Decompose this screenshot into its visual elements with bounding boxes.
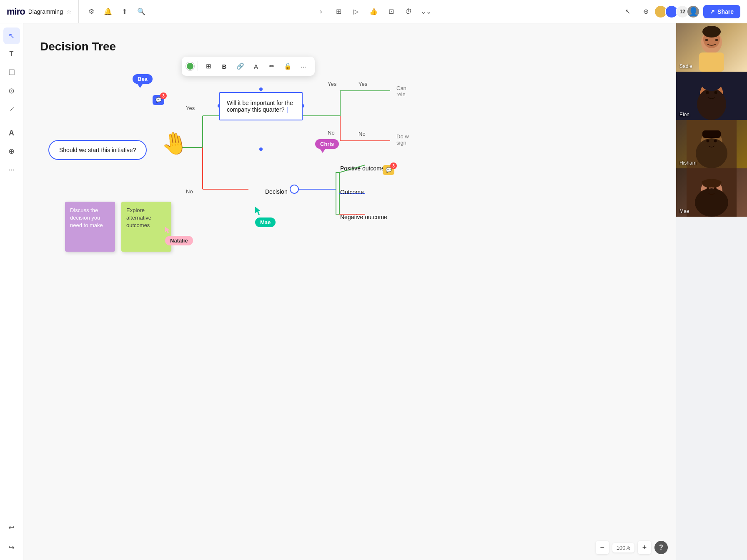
video-tile-elon[interactable]: Elon: [676, 72, 747, 120]
video-tile-hisham[interactable]: Hisham: [676, 120, 747, 168]
expand-icon[interactable]: ›: [313, 4, 329, 20]
share-icon: ↗: [710, 8, 715, 15]
grid-icon[interactable]: ⊞: [331, 4, 346, 20]
star-icon[interactable]: ☆: [66, 8, 72, 15]
svg-point-11: [702, 78, 722, 91]
avatar-main[interactable]: 👤: [687, 5, 700, 18]
svg-point-3: [705, 39, 708, 41]
zoom-icon[interactable]: ⊕: [638, 4, 653, 19]
present-icon[interactable]: ▷: [348, 4, 364, 20]
text-tool[interactable]: T: [3, 46, 20, 62]
settings-button[interactable]: ⚙: [84, 4, 99, 19]
undo-redo: ↩ ↪: [3, 518, 20, 557]
video-tile-sadie[interactable]: Sadie: [676, 23, 747, 72]
sidebar-divider-1: [5, 121, 18, 121]
bold-button[interactable]: B: [217, 59, 231, 73]
bea-name: Bea: [138, 76, 148, 82]
question-node[interactable]: Will it be important for the company thi…: [219, 92, 303, 120]
sticky-tool[interactable]: ☐: [3, 64, 20, 81]
svg-marker-44: [255, 207, 261, 215]
svg-point-43: [259, 88, 263, 91]
svg-point-20: [695, 188, 728, 217]
draw-button[interactable]: ✏: [265, 59, 279, 73]
sticky-purple-text: Discuss the decision you need to make: [70, 207, 103, 228]
right-text-2: Do w: [396, 133, 409, 140]
like-icon[interactable]: 👍: [366, 4, 381, 20]
right-text-1b: rele: [396, 91, 406, 98]
floating-toolbar: ⊞ B 🔗 A ✏ 🔒 ···: [182, 57, 315, 76]
yes-label-2: Yes: [328, 81, 336, 87]
cursor-icon[interactable]: ↖: [620, 4, 635, 19]
pen-tool[interactable]: ⟋: [3, 101, 20, 118]
badge-count-bea: 3: [160, 92, 167, 99]
search-button[interactable]: 🔍: [134, 4, 149, 19]
timer-icon[interactable]: ⏱: [401, 4, 416, 20]
video-tile-mae[interactable]: Mae: [676, 168, 747, 217]
more-tools-icon[interactable]: ⌄⌄: [418, 4, 434, 20]
mae-label: Mae: [255, 218, 276, 227]
svg-point-15: [707, 140, 709, 142]
right-tools: ↖ ⊕ 12 👤 ↗ Share: [613, 4, 747, 19]
logo-area: miro Diagramming ☆: [0, 0, 79, 23]
no-label-1: No: [186, 188, 193, 195]
message-badge-hisham[interactable]: 💬 3: [383, 165, 394, 175]
svg-rect-17: [702, 130, 721, 138]
svg-marker-45: [165, 227, 170, 233]
help-button[interactable]: ?: [654, 541, 668, 554]
more-options-button[interactable]: ···: [296, 59, 311, 73]
zoom-level[interactable]: 100%: [612, 543, 634, 552]
board-title: Decision Tree: [40, 40, 116, 53]
message-badge-bea[interactable]: 💬 3: [153, 95, 164, 105]
svg-rect-2: [699, 52, 724, 72]
undo-button[interactable]: ↩: [3, 519, 20, 536]
right-text-2b: sign: [396, 140, 406, 146]
redo-button[interactable]: ↪: [3, 539, 20, 556]
no-top-label: No: [358, 131, 366, 137]
mae-cursor-icon: [255, 207, 262, 215]
notifications-button[interactable]: 🔔: [100, 4, 115, 19]
topbar: miro Diagramming ☆ ⚙ 🔔 ⬆ 🔍 › ⊞ ▷ 👍 ⊡ ⏱ ⌄…: [0, 0, 747, 23]
svg-point-39: [290, 185, 298, 193]
right-panel: Sadie Elon: [676, 23, 747, 217]
sticky-note-green[interactable]: Explore alternative outcomes: [121, 202, 171, 252]
badge-count-hisham: 3: [390, 162, 397, 169]
align-button[interactable]: ⊞: [201, 59, 216, 73]
zoom-in-button[interactable]: +: [638, 541, 651, 554]
sticky-note-purple[interactable]: Discuss the decision you need to make: [65, 202, 115, 252]
more-sidebar-button[interactable]: ···: [3, 161, 20, 178]
font-tool[interactable]: A: [3, 125, 20, 141]
avatar-stack: 12 👤: [657, 5, 700, 18]
color-picker[interactable]: [186, 62, 194, 70]
lock-button[interactable]: 🔒: [281, 59, 295, 73]
outcome-label: Outcome: [340, 189, 364, 195]
miro-logo: miro: [7, 6, 25, 17]
connect-tool[interactable]: ⊙: [3, 82, 20, 99]
natalie-cursor-icon: [165, 227, 170, 233]
center-toolbar: › ⊞ ▷ 👍 ⊡ ⏱ ⌄⌄: [311, 2, 436, 21]
right-text-1: Can: [396, 85, 406, 91]
share-button[interactable]: ↗ Share: [703, 5, 740, 18]
sidebar-bottom: ↩ ↪: [3, 518, 20, 557]
start-node-text: Should we start this initiative?: [59, 147, 136, 153]
text-color-button[interactable]: A: [249, 59, 263, 73]
cursor-bea: Bea: [133, 74, 153, 88]
negative-outcome-label: Negative outcome: [340, 214, 387, 220]
mae-name: Mae: [260, 219, 271, 225]
elon-name: Elon: [679, 112, 689, 118]
canvas-content: Decision Tree ⊞ B 🔗 A ✏ 🔒 ···: [23, 23, 676, 560]
canvas[interactable]: Decision Tree ⊞ B 🔗 A ✏ 🔒 ···: [23, 23, 676, 560]
cursor-natalie: Natalie: [165, 227, 193, 245]
svg-rect-30: [336, 172, 339, 214]
zoom-out-button[interactable]: −: [596, 541, 609, 554]
svg-point-4: [715, 39, 718, 41]
project-name[interactable]: Diagramming: [28, 8, 63, 15]
frame-icon[interactable]: ⊡: [383, 4, 399, 20]
decision-label: Decision: [265, 188, 288, 195]
connector-svg: [23, 23, 676, 560]
frame-tool[interactable]: ⊕: [3, 143, 20, 160]
hisham-name: Hisham: [679, 160, 697, 166]
start-node[interactable]: Should we start this initiative?: [48, 140, 147, 160]
upload-button[interactable]: ⬆: [117, 4, 132, 19]
select-tool[interactable]: ↖: [3, 28, 20, 44]
link-button[interactable]: 🔗: [233, 59, 247, 73]
